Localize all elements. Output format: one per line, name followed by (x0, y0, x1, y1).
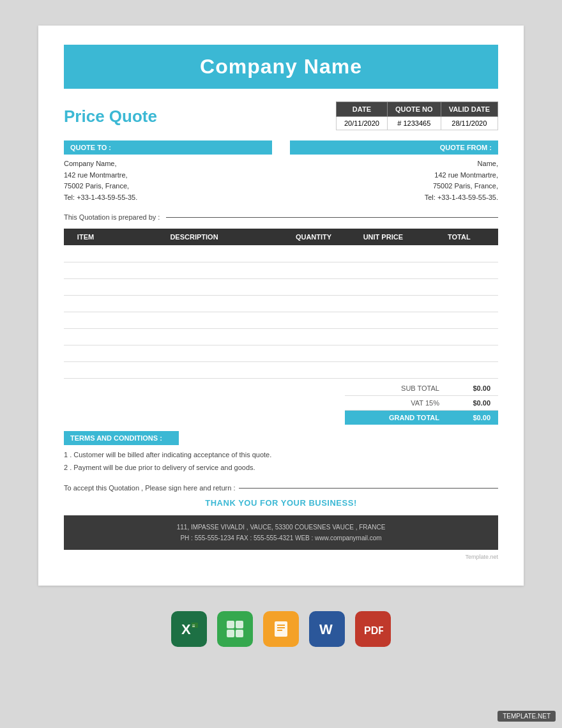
signature-underline (239, 488, 498, 489)
table-cell (420, 245, 498, 262)
document-header: Company Name (64, 45, 498, 89)
quote-to-header: QUOTE TO : (64, 140, 272, 155)
totals-table: SUB TOTAL $0.00 VAT 15% $0.00 GRAND TOTA… (345, 381, 498, 425)
quote-no-col-header: QUOTE NO (387, 102, 441, 117)
sub-total-row: SUB TOTAL $0.00 (345, 381, 498, 396)
pdf-icon[interactable]: PDF (355, 611, 391, 647)
table-cell (420, 328, 498, 345)
table-row (64, 361, 498, 378)
document: Company Name Price Quote DATE QUOTE NO V… (38, 26, 524, 586)
col-unit-price: UNIT PRICE (346, 229, 420, 245)
terms-list: 1 . Customer will be billed after indica… (64, 449, 272, 474)
col-quantity: QUANTITY (281, 229, 346, 245)
table-cell (107, 345, 281, 361)
price-quote-label: Price Quote (64, 102, 157, 126)
table-cell (420, 345, 498, 361)
vat-row: VAT 15% $0.00 (345, 395, 498, 410)
quote-addresses: QUOTE TO : Company Name, 142 rue Montmar… (64, 140, 498, 203)
table-cell (346, 345, 420, 361)
table-cell (107, 361, 281, 378)
page-wrapper: Company Name Price Quote DATE QUOTE NO V… (0, 0, 562, 672)
table-cell (420, 361, 498, 378)
quote-to-block: QUOTE TO : Company Name, 142 rue Montmar… (64, 140, 272, 203)
template-net-badge: TEMPLATE.NET (497, 711, 556, 722)
table-cell (420, 278, 498, 295)
quote-from-line-4: Tel: +33-1-43-59-55-35. (290, 192, 498, 204)
pdf-svg: PDF (363, 619, 383, 639)
table-cell (64, 361, 107, 378)
table-cell (64, 295, 107, 312)
col-description: DESCRIPTION (107, 229, 281, 245)
table-cell (420, 295, 498, 312)
sub-total-label: SUB TOTAL (345, 381, 447, 396)
table-cell (107, 328, 281, 345)
footer-line-1: 111, IMPASSE VIVALDI , VAUCE, 53300 COUE… (77, 522, 485, 533)
table-cell (420, 312, 498, 328)
vat-value: $0.00 (447, 395, 498, 410)
table-cell (64, 312, 107, 328)
terms-header: TERMS AND CONDITIONS : (64, 431, 179, 445)
table-row (64, 345, 498, 361)
svg-text:W: W (319, 621, 333, 637)
table-cell (107, 278, 281, 295)
prepared-by-label: This Quotation is prepared by : (64, 213, 160, 221)
numbers-svg (225, 619, 245, 639)
term-1: 1 . Customer will be billed after indica… (64, 449, 272, 462)
table-cell (281, 312, 346, 328)
items-table: ITEM DESCRIPTION QUANTITY UNIT PRICE TOT… (64, 229, 498, 379)
col-total: TOTAL (420, 229, 498, 245)
pages-svg (271, 619, 291, 639)
date-table: DATE QUOTE NO VALID DATE 20/11/2020 # 12… (336, 102, 498, 130)
table-cell (420, 262, 498, 278)
table-cell (107, 245, 281, 262)
table-cell (346, 278, 420, 295)
table-cell (64, 262, 107, 278)
word-icon[interactable]: W (309, 611, 345, 647)
table-row (64, 262, 498, 278)
quote-no-value: # 1233465 (387, 117, 441, 130)
quote-from-line-1: Name, (290, 158, 498, 170)
table-cell (107, 295, 281, 312)
grand-total-value: $0.00 (447, 410, 498, 425)
table-cell (281, 361, 346, 378)
watermark: Template.net (64, 554, 498, 560)
quote-from-block: QUOTE FROM : Name, 142 rue Montmartre, 7… (290, 140, 498, 203)
signature-section: To accept this Quotation , Please sign h… (64, 484, 498, 492)
excel-icon[interactable]: X ≡ (171, 611, 207, 647)
svg-text:≡: ≡ (192, 623, 195, 629)
table-cell (281, 278, 346, 295)
vat-label: VAT 15% (345, 395, 447, 410)
svg-rect-4 (236, 621, 243, 628)
word-svg: W (317, 619, 337, 639)
table-cell (107, 312, 281, 328)
app-icons-bar: X ≡ W (38, 605, 524, 660)
numbers-icon[interactable] (217, 611, 253, 647)
table-cell (64, 245, 107, 262)
prepared-by-line (166, 217, 498, 218)
quote-to-line-3: 75002 Paris, France, (64, 181, 272, 192)
pages-icon[interactable] (263, 611, 299, 647)
terms-block: TERMS AND CONDITIONS : 1 . Customer will… (64, 431, 272, 474)
table-cell (346, 295, 420, 312)
svg-text:PDF: PDF (364, 625, 383, 636)
col-item: ITEM (64, 229, 107, 245)
table-cell (281, 262, 346, 278)
table-row (64, 328, 498, 345)
table-cell (346, 245, 420, 262)
totals-section: SUB TOTAL $0.00 VAT 15% $0.00 GRAND TOTA… (64, 381, 498, 425)
svg-rect-6 (236, 630, 243, 637)
sub-total-value: $0.00 (447, 381, 498, 396)
grand-total-label: GRAND TOTAL (345, 410, 447, 425)
date-value: 20/11/2020 (336, 117, 387, 130)
table-cell (64, 345, 107, 361)
quote-to-line-2: 142 rue Montmartre, (64, 170, 272, 181)
term-2: 2 . Payment will be due prior to deliver… (64, 462, 272, 474)
table-cell (281, 328, 346, 345)
table-cell (107, 262, 281, 278)
date-col-header: DATE (336, 102, 387, 117)
svg-rect-3 (227, 621, 234, 628)
footer-line-2: PH : 555-555-1234 FAX : 555-555-4321 WEB… (77, 533, 485, 543)
table-cell (346, 312, 420, 328)
table-row (64, 278, 498, 295)
bottom-section: TERMS AND CONDITIONS : 1 . Customer will… (64, 431, 498, 474)
